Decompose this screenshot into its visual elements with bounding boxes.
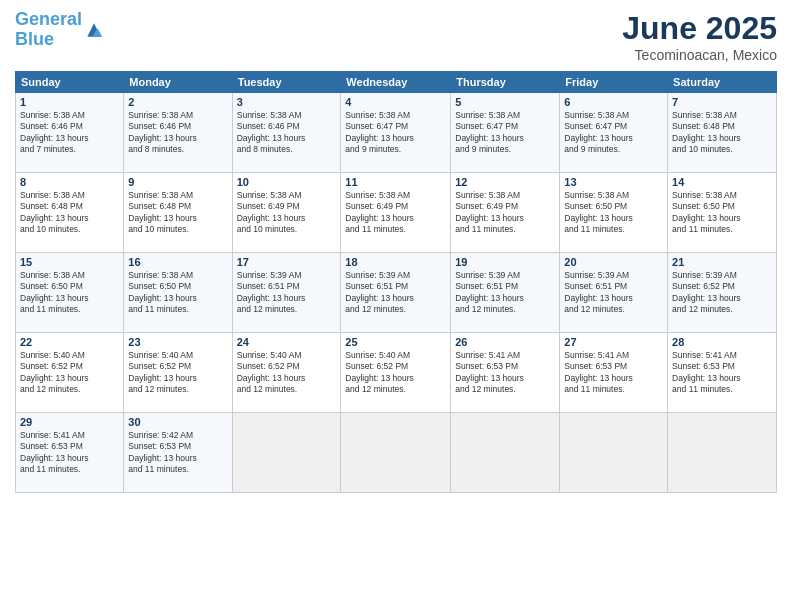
day-info: Sunrise: 5:40 AMSunset: 6:52 PMDaylight:… <box>345 350 446 396</box>
table-cell: 6Sunrise: 5:38 AMSunset: 6:47 PMDaylight… <box>560 93 668 173</box>
table-cell: 22Sunrise: 5:40 AMSunset: 6:52 PMDayligh… <box>16 333 124 413</box>
day-number: 16 <box>128 256 227 268</box>
table-cell: 8Sunrise: 5:38 AMSunset: 6:48 PMDaylight… <box>16 173 124 253</box>
day-number: 22 <box>20 336 119 348</box>
logo-text: General Blue <box>15 10 82 50</box>
day-number: 9 <box>128 176 227 188</box>
table-cell: 14Sunrise: 5:38 AMSunset: 6:50 PMDayligh… <box>668 173 777 253</box>
day-info: Sunrise: 5:38 AMSunset: 6:50 PMDaylight:… <box>20 270 119 316</box>
day-info: Sunrise: 5:38 AMSunset: 6:47 PMDaylight:… <box>345 110 446 156</box>
table-cell: 29Sunrise: 5:41 AMSunset: 6:53 PMDayligh… <box>16 413 124 493</box>
day-info: Sunrise: 5:41 AMSunset: 6:53 PMDaylight:… <box>564 350 663 396</box>
table-cell: 5Sunrise: 5:38 AMSunset: 6:47 PMDaylight… <box>451 93 560 173</box>
day-number: 2 <box>128 96 227 108</box>
day-info: Sunrise: 5:38 AMSunset: 6:47 PMDaylight:… <box>455 110 555 156</box>
day-info: Sunrise: 5:39 AMSunset: 6:52 PMDaylight:… <box>672 270 772 316</box>
day-info: Sunrise: 5:38 AMSunset: 6:48 PMDaylight:… <box>672 110 772 156</box>
week-row-2: 8Sunrise: 5:38 AMSunset: 6:48 PMDaylight… <box>16 173 777 253</box>
day-number: 4 <box>345 96 446 108</box>
day-number: 11 <box>345 176 446 188</box>
day-number: 6 <box>564 96 663 108</box>
day-info: Sunrise: 5:39 AMSunset: 6:51 PMDaylight:… <box>345 270 446 316</box>
day-info: Sunrise: 5:40 AMSunset: 6:52 PMDaylight:… <box>128 350 227 396</box>
day-info: Sunrise: 5:41 AMSunset: 6:53 PMDaylight:… <box>455 350 555 396</box>
table-cell <box>232 413 341 493</box>
header: General Blue June 2025 Tecominoacan, Mex… <box>15 10 777 63</box>
logo-line2: Blue <box>15 29 54 49</box>
day-number: 7 <box>672 96 772 108</box>
table-cell <box>341 413 451 493</box>
table-cell: 7Sunrise: 5:38 AMSunset: 6:48 PMDaylight… <box>668 93 777 173</box>
day-number: 26 <box>455 336 555 348</box>
table-cell: 26Sunrise: 5:41 AMSunset: 6:53 PMDayligh… <box>451 333 560 413</box>
day-info: Sunrise: 5:38 AMSunset: 6:49 PMDaylight:… <box>345 190 446 236</box>
day-number: 30 <box>128 416 227 428</box>
col-sunday: Sunday <box>16 72 124 93</box>
day-info: Sunrise: 5:38 AMSunset: 6:46 PMDaylight:… <box>128 110 227 156</box>
day-info: Sunrise: 5:38 AMSunset: 6:49 PMDaylight:… <box>237 190 337 236</box>
day-info: Sunrise: 5:39 AMSunset: 6:51 PMDaylight:… <box>564 270 663 316</box>
table-cell: 13Sunrise: 5:38 AMSunset: 6:50 PMDayligh… <box>560 173 668 253</box>
table-cell <box>668 413 777 493</box>
day-number: 14 <box>672 176 772 188</box>
day-number: 3 <box>237 96 337 108</box>
day-info: Sunrise: 5:39 AMSunset: 6:51 PMDaylight:… <box>455 270 555 316</box>
col-saturday: Saturday <box>668 72 777 93</box>
table-cell <box>560 413 668 493</box>
day-number: 1 <box>20 96 119 108</box>
day-number: 29 <box>20 416 119 428</box>
day-info: Sunrise: 5:38 AMSunset: 6:48 PMDaylight:… <box>128 190 227 236</box>
day-number: 13 <box>564 176 663 188</box>
week-row-1: 1Sunrise: 5:38 AMSunset: 6:46 PMDaylight… <box>16 93 777 173</box>
calendar-table: Sunday Monday Tuesday Wednesday Thursday… <box>15 71 777 493</box>
week-row-4: 22Sunrise: 5:40 AMSunset: 6:52 PMDayligh… <box>16 333 777 413</box>
day-info: Sunrise: 5:38 AMSunset: 6:50 PMDaylight:… <box>128 270 227 316</box>
day-number: 20 <box>564 256 663 268</box>
day-number: 18 <box>345 256 446 268</box>
logo-icon <box>84 20 104 40</box>
day-number: 24 <box>237 336 337 348</box>
day-number: 19 <box>455 256 555 268</box>
table-cell: 1Sunrise: 5:38 AMSunset: 6:46 PMDaylight… <box>16 93 124 173</box>
table-cell: 20Sunrise: 5:39 AMSunset: 6:51 PMDayligh… <box>560 253 668 333</box>
table-cell: 12Sunrise: 5:38 AMSunset: 6:49 PMDayligh… <box>451 173 560 253</box>
table-cell: 19Sunrise: 5:39 AMSunset: 6:51 PMDayligh… <box>451 253 560 333</box>
day-info: Sunrise: 5:38 AMSunset: 6:50 PMDaylight:… <box>672 190 772 236</box>
logo: General Blue <box>15 10 104 50</box>
day-info: Sunrise: 5:40 AMSunset: 6:52 PMDaylight:… <box>237 350 337 396</box>
col-tuesday: Tuesday <box>232 72 341 93</box>
day-number: 15 <box>20 256 119 268</box>
table-cell: 2Sunrise: 5:38 AMSunset: 6:46 PMDaylight… <box>124 93 232 173</box>
logo-line1: General <box>15 9 82 29</box>
table-cell: 11Sunrise: 5:38 AMSunset: 6:49 PMDayligh… <box>341 173 451 253</box>
table-cell: 10Sunrise: 5:38 AMSunset: 6:49 PMDayligh… <box>232 173 341 253</box>
day-info: Sunrise: 5:38 AMSunset: 6:48 PMDaylight:… <box>20 190 119 236</box>
day-number: 10 <box>237 176 337 188</box>
day-number: 12 <box>455 176 555 188</box>
day-number: 8 <box>20 176 119 188</box>
table-cell: 30Sunrise: 5:42 AMSunset: 6:53 PMDayligh… <box>124 413 232 493</box>
day-info: Sunrise: 5:38 AMSunset: 6:46 PMDaylight:… <box>20 110 119 156</box>
day-info: Sunrise: 5:40 AMSunset: 6:52 PMDaylight:… <box>20 350 119 396</box>
table-cell: 16Sunrise: 5:38 AMSunset: 6:50 PMDayligh… <box>124 253 232 333</box>
calendar-title: June 2025 <box>622 10 777 47</box>
table-cell: 23Sunrise: 5:40 AMSunset: 6:52 PMDayligh… <box>124 333 232 413</box>
day-number: 23 <box>128 336 227 348</box>
table-cell: 27Sunrise: 5:41 AMSunset: 6:53 PMDayligh… <box>560 333 668 413</box>
day-info: Sunrise: 5:38 AMSunset: 6:49 PMDaylight:… <box>455 190 555 236</box>
col-friday: Friday <box>560 72 668 93</box>
table-cell: 17Sunrise: 5:39 AMSunset: 6:51 PMDayligh… <box>232 253 341 333</box>
day-info: Sunrise: 5:41 AMSunset: 6:53 PMDaylight:… <box>20 430 119 476</box>
table-cell: 18Sunrise: 5:39 AMSunset: 6:51 PMDayligh… <box>341 253 451 333</box>
week-row-3: 15Sunrise: 5:38 AMSunset: 6:50 PMDayligh… <box>16 253 777 333</box>
day-info: Sunrise: 5:38 AMSunset: 6:47 PMDaylight:… <box>564 110 663 156</box>
week-row-5: 29Sunrise: 5:41 AMSunset: 6:53 PMDayligh… <box>16 413 777 493</box>
day-number: 17 <box>237 256 337 268</box>
calendar-header-row: Sunday Monday Tuesday Wednesday Thursday… <box>16 72 777 93</box>
table-cell: 24Sunrise: 5:40 AMSunset: 6:52 PMDayligh… <box>232 333 341 413</box>
table-cell: 28Sunrise: 5:41 AMSunset: 6:53 PMDayligh… <box>668 333 777 413</box>
table-cell: 3Sunrise: 5:38 AMSunset: 6:46 PMDaylight… <box>232 93 341 173</box>
page: General Blue June 2025 Tecominoacan, Mex… <box>0 0 792 612</box>
day-number: 28 <box>672 336 772 348</box>
day-number: 5 <box>455 96 555 108</box>
